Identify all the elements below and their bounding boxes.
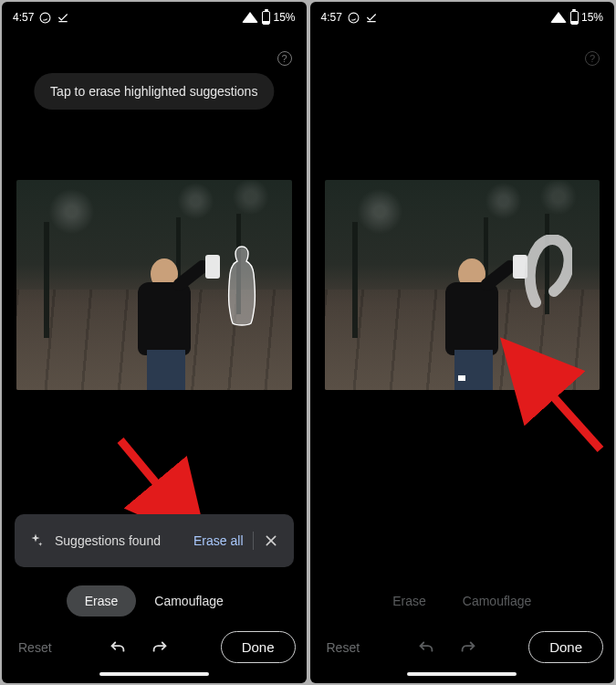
battery-icon (570, 11, 579, 25)
battery-icon (262, 11, 270, 25)
redo-button[interactable] (457, 637, 479, 659)
status-time: 4:57 (321, 11, 342, 24)
mode-erase[interactable]: Erase (67, 585, 137, 616)
download-done-icon (365, 11, 378, 24)
wifi-icon (242, 12, 258, 23)
help-icon[interactable]: ? (585, 51, 600, 66)
hint-tooltip: Tap to erase highlighted suggestions (34, 73, 274, 110)
mode-selector: Erase Camouflage (2, 585, 307, 616)
whatsapp-icon (348, 12, 360, 24)
svg-point-0 (40, 13, 50, 23)
wifi-icon (550, 12, 567, 23)
whatsapp-icon (39, 12, 51, 24)
screenshot-left: 4:57 15% ? Tap to erase highlighted sugg… (2, 2, 307, 683)
home-indicator (407, 672, 517, 676)
suggestions-label: Suggestions found (55, 533, 186, 548)
reset-button[interactable]: Reset (321, 635, 366, 660)
user-brush-stroke (523, 235, 572, 310)
redo-button[interactable] (149, 637, 171, 659)
mode-erase[interactable]: Erase (374, 585, 444, 616)
suggestions-banner: Suggestions found Erase all (15, 514, 294, 567)
home-indicator (99, 672, 209, 676)
done-button[interactable]: Done (221, 631, 296, 663)
done-button[interactable]: Done (528, 631, 603, 663)
screenshot-right: 4:57 15% ? (310, 2, 615, 683)
battery-percent: 15% (581, 11, 603, 24)
mode-camouflage[interactable]: Camouflage (136, 585, 242, 616)
svg-point-1 (349, 13, 359, 23)
status-bar: 4:57 15% (310, 2, 615, 27)
undo-button[interactable] (107, 637, 129, 659)
undo-button[interactable] (415, 637, 437, 659)
status-time: 4:57 (13, 11, 34, 24)
brush-cursor (458, 375, 465, 381)
reset-button[interactable]: Reset (13, 635, 57, 660)
status-bar: 4:57 15% (2, 2, 307, 27)
download-done-icon (57, 11, 69, 24)
close-icon[interactable] (256, 525, 287, 556)
mode-camouflage[interactable]: Camouflage (444, 585, 550, 616)
divider (253, 532, 254, 550)
help-icon[interactable]: ? (277, 51, 292, 66)
photo-canvas[interactable] (16, 180, 292, 390)
photo-canvas[interactable] (325, 180, 600, 390)
battery-percent: 15% (273, 11, 295, 24)
mode-selector: Erase Camouflage (310, 585, 615, 616)
sparkle-icon (27, 532, 44, 549)
eraser-suggestion-outline[interactable] (225, 243, 258, 327)
erase-all-button[interactable]: Erase all (186, 532, 250, 550)
